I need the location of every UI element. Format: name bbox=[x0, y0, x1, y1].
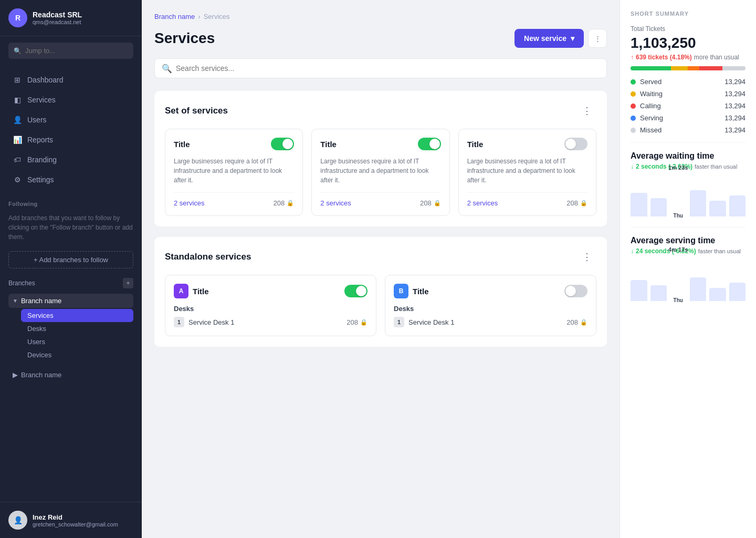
breadcrumb-parent[interactable]: Branch name bbox=[154, 13, 195, 20]
new-service-chevron-icon: ▾ bbox=[571, 34, 574, 43]
branch-1-chevron-icon: ▼ bbox=[13, 298, 18, 304]
legend-serving: Serving 13,294 bbox=[631, 114, 746, 122]
card-1-toggle[interactable] bbox=[271, 138, 294, 150]
missed-dot bbox=[631, 128, 636, 133]
brand-name: Readcast SRL bbox=[33, 11, 82, 19]
standalone-1-desks-label: Desks bbox=[174, 305, 368, 313]
sidebar-search-input[interactable] bbox=[8, 43, 133, 59]
brand-email: qms@readcast.net bbox=[33, 19, 82, 25]
bar-5 bbox=[709, 201, 726, 216]
branches-add-button[interactable]: + bbox=[123, 278, 133, 288]
legend-calling: Calling 13,294 bbox=[631, 102, 746, 110]
breadcrumb-current: Services bbox=[204, 13, 230, 20]
bar-4 bbox=[690, 190, 707, 216]
card-1-count: 208 🔒 bbox=[274, 199, 295, 207]
right-panel: SHORT SUMMARY Total Tickets 1,103,250 ↑ … bbox=[620, 0, 756, 538]
divider-2 bbox=[631, 227, 746, 227]
nav-item-reports[interactable]: 📊 Reports bbox=[4, 130, 138, 149]
standalone-1-badge: A bbox=[174, 284, 188, 298]
card-2-toggle[interactable] bbox=[418, 138, 441, 150]
waiting-dot bbox=[631, 91, 636, 97]
card-3-toggle[interactable] bbox=[564, 138, 587, 150]
card-3-services-link[interactable]: 2 services bbox=[467, 199, 498, 207]
standalone-1-toggle[interactable] bbox=[344, 285, 368, 297]
standalone-services-section: Standalone services ⋮ A Title Desks bbox=[154, 237, 607, 347]
nav-item-dashboard[interactable]: ⊞ Dashboard bbox=[4, 70, 138, 89]
bar-wrap-6 bbox=[729, 195, 746, 219]
lock-icon-s1: 🔒 bbox=[360, 319, 368, 326]
total-tickets-value: 1,103,250 bbox=[631, 35, 746, 51]
total-tickets-label: Total Tickets bbox=[631, 25, 746, 33]
set-of-services-title: Set of services bbox=[165, 106, 228, 116]
lock-icon-3: 🔒 bbox=[580, 200, 587, 206]
bar-wrap-3: 1m 23s Thu bbox=[670, 174, 687, 219]
standalone-services-more-button[interactable]: ⋮ bbox=[578, 247, 596, 266]
total-tickets-change: ↑ 639 tickets (4.18%) more than usual bbox=[631, 54, 746, 61]
branch-1-sub-services[interactable]: Services bbox=[21, 309, 133, 322]
standalone-2-title: Title bbox=[413, 287, 429, 296]
add-branch-button[interactable]: + Add branches to follow bbox=[8, 251, 133, 268]
following-text: Add branches that you want to follow by … bbox=[0, 209, 142, 246]
breadcrumb: Branch name › Services bbox=[154, 13, 607, 20]
footer-user-name: Inez Reid bbox=[33, 513, 118, 521]
dashboard-icon: ⊞ bbox=[13, 76, 22, 84]
progress-bar bbox=[631, 66, 746, 70]
nav-item-users[interactable]: 👤 Users bbox=[4, 110, 138, 129]
avg-waiting-title: Average waiting time bbox=[631, 151, 746, 161]
progress-seg-waiting bbox=[671, 66, 688, 70]
bar-wrap-5 bbox=[709, 201, 726, 219]
bar-2 bbox=[650, 198, 667, 216]
card-1-title: Title bbox=[174, 140, 190, 149]
serving-bar-2 bbox=[650, 285, 667, 301]
standalone-2-count: 208 🔒 bbox=[566, 318, 587, 326]
brand-avatar: R bbox=[8, 8, 27, 27]
change-value: 639 tickets (4.18%) bbox=[636, 54, 692, 61]
progress-seg-missed bbox=[722, 66, 746, 70]
branch-1-sub-desks[interactable]: Desks bbox=[21, 322, 133, 335]
standalone-2-desk-item: 1 Service Desk 1 208 🔒 bbox=[394, 317, 587, 327]
standalone-grid: A Title Desks 1 Service Desk 1 208 bbox=[165, 275, 596, 336]
content-area: Branch name › Services Services New serv… bbox=[142, 0, 620, 538]
bar-1 bbox=[631, 193, 647, 216]
branch-2-item: ▶ Branch name bbox=[0, 365, 142, 382]
branch-1-sub-users[interactable]: Users bbox=[21, 335, 133, 348]
more-options-button[interactable]: ⋮ bbox=[588, 29, 607, 48]
card-1-services-link[interactable]: 2 services bbox=[174, 199, 205, 207]
following-label: Following bbox=[0, 194, 142, 209]
search-input[interactable] bbox=[154, 58, 607, 78]
branch-1-subitems: Services Desks Users Devices bbox=[21, 309, 133, 361]
avg-waiting-change: ↓ 2 seconds (-2.63%) faster than usual bbox=[631, 163, 746, 170]
sidebar-search-wrap: 🔍 bbox=[0, 36, 142, 65]
new-service-button[interactable]: New service ▾ bbox=[514, 29, 584, 48]
avg-waiting-change-suffix: faster than usual bbox=[695, 163, 737, 170]
bar-wrap-2 bbox=[650, 198, 667, 219]
card-2-count: 208 🔒 bbox=[420, 199, 441, 207]
serving-bar-5 bbox=[709, 288, 726, 301]
nav-item-branding[interactable]: 🏷 Branding bbox=[4, 150, 138, 169]
nav-item-services[interactable]: ◧ Services bbox=[4, 90, 138, 109]
branch-1-header[interactable]: ▼ Branch name bbox=[8, 294, 133, 308]
users-icon: 👤 bbox=[13, 116, 22, 124]
avg-serving-title: Average serving time bbox=[631, 236, 746, 245]
branch-2-header[interactable]: ▶ Branch name bbox=[8, 368, 133, 382]
standalone-2-desk-num: 1 bbox=[394, 317, 404, 327]
nav-item-settings[interactable]: ⚙ Settings bbox=[4, 170, 138, 189]
down-arrow-icon: ↓ bbox=[631, 163, 634, 170]
standalone-services-header: Standalone services ⋮ bbox=[165, 247, 596, 266]
branch-1-sub-devices[interactable]: Devices bbox=[21, 348, 133, 361]
standalone-2-toggle[interactable] bbox=[564, 285, 587, 297]
standalone-services-title: Standalone services bbox=[165, 252, 251, 262]
standalone-1-desk-num: 1 bbox=[174, 317, 184, 327]
branches-label: Branches bbox=[8, 280, 35, 287]
legend: Served 13,294 Waiting 13,294 Calling 13,… bbox=[631, 78, 746, 134]
panel-title: SHORT SUMMARY bbox=[631, 11, 746, 17]
user-avatar: 👤 bbox=[8, 511, 27, 530]
serving-bar-wrap-5 bbox=[709, 288, 726, 303]
sidebar-search-icon: 🔍 bbox=[14, 47, 22, 55]
set-of-services-more-button[interactable]: ⋮ bbox=[578, 101, 596, 120]
ellipsis-icon: ⋮ bbox=[594, 35, 601, 43]
branch-1-name: Branch name bbox=[21, 297, 61, 305]
standalone-1-title: Title bbox=[193, 287, 209, 296]
avg-serving-chart-wrap: 4m 17s Thu bbox=[631, 261, 746, 303]
card-2-services-link[interactable]: 2 services bbox=[320, 199, 351, 207]
